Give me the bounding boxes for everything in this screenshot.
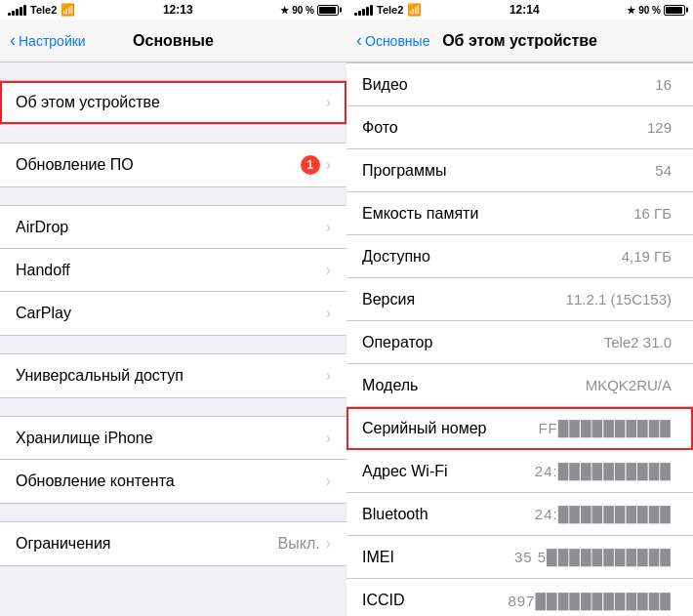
row-restrictions-value: Выкл. [278,535,320,553]
row-video-value: 16 [655,76,672,93]
row-storage[interactable]: Хранилище iPhone › [0,417,346,460]
left-panel: Tele2 📶 12:13 ★ 90 % ‹ Настройки Основны… [0,0,346,616]
right-time: 12:14 [510,3,540,17]
row-operator-value: Tele2 31.0 [604,334,672,350]
row-iccid-value: 897████████████ [508,593,672,609]
row-serial-label: Серийный номер [362,420,538,437]
row-serial: Серийный номер FF██████████ [346,407,693,450]
gap2 [0,125,346,143]
row-operator: Оператор Tele2 31.0 [346,321,693,364]
row-photo-value: 129 [647,119,672,136]
row-carplay-label: CarPlay [16,305,326,322]
gap4 [0,336,346,353]
row-update-chevron: › [326,156,331,174]
row-content-update[interactable]: Обновление контента › [0,460,346,503]
row-restrictions-label: Ограничения [16,535,278,553]
section-storage: Хранилище iPhone › Обновление контента › [0,416,346,504]
left-nav-bar: ‹ Настройки Основные [0,20,346,62]
row-accessibility[interactable]: Универсальный доступ › [0,354,346,397]
row-model-value: MKQK2RU/A [586,377,672,393]
row-carplay-chevron: › [326,305,331,322]
row-version-value: 11.2.1 (15C153) [566,291,672,308]
left-back-label: Настройки [19,33,86,49]
row-iccid-label: ICCID [362,592,508,609]
gap5 [0,398,346,416]
right-battery-icon [664,5,685,16]
row-restrictions-chevron: › [326,535,331,553]
right-table: Видео 16 Фото 129 Программы 54 Емкость п… [346,62,693,616]
row-photo: Фото 129 [346,106,693,149]
row-storage-chevron: › [326,430,331,447]
row-about-label: Об этом устройстве [16,94,326,111]
left-back-button[interactable]: ‹ Настройки [10,30,86,51]
row-wifi-addr: Адрес Wi-Fi 24:██████████ [346,450,693,493]
gap7 [0,566,346,584]
wifi-icon: 📶 [61,3,75,17]
row-version-label: Версия [362,291,566,308]
section-device: Об этом устройстве › [0,80,346,125]
row-model: Модель MKQK2RU/A [346,364,693,407]
row-apps-value: 54 [655,162,672,179]
right-carrier-label: Tele2 [377,4,403,16]
gap6 [0,504,346,521]
row-handoff-label: Handoff [16,262,326,279]
row-capacity-label: Емкость памяти [362,205,633,223]
row-available: Доступно 4,19 ГБ [346,235,693,278]
row-bluetooth-label: Bluetooth [362,506,535,523]
left-status-bar: Tele2 📶 12:13 ★ 90 % [0,0,346,20]
row-about-device[interactable]: Об этом устройстве › [0,81,346,124]
right-signal-icon [354,5,373,16]
row-model-label: Модель [362,377,586,394]
right-status-right: ★ 90 % [627,5,685,16]
row-about-chevron: › [326,94,331,111]
row-storage-label: Хранилище iPhone [16,430,326,447]
bt-icon: ★ [280,5,289,16]
row-bluetooth-value: 24:██████████ [535,506,672,522]
right-bt-icon: ★ [627,5,635,16]
row-operator-label: Оператор [362,334,604,351]
row-content-update-chevron: › [326,472,331,490]
row-update-label: Обновление ПО [16,156,301,174]
row-imei: IMEI 35 5███████████ [346,536,693,579]
row-handoff-chevron: › [326,262,331,279]
right-back-label: Основные [365,33,429,49]
section-accessibility: Универсальный доступ › [0,353,346,398]
row-accessibility-label: Универсальный доступ [16,367,326,385]
row-wifi-addr-value: 24:██████████ [535,463,672,479]
battery-icon [317,5,339,16]
row-restrictions[interactable]: Ограничения Выкл. › [0,522,346,565]
back-chevron-icon: ‹ [10,30,16,51]
row-video-label: Видео [362,76,655,94]
battery-label: 90 % [292,5,314,16]
update-badge: 1 [301,155,320,175]
row-content-update-label: Обновление контента [16,472,326,490]
row-handoff[interactable]: Handoff › [0,249,346,292]
row-iccid: ICCID 897████████████ [346,579,693,616]
right-back-button[interactable]: ‹ Основные [356,30,429,51]
carrier-label: Tele2 [30,4,57,16]
row-available-value: 4,19 ГБ [622,248,672,265]
row-apps-label: Программы [362,162,655,180]
row-capacity-value: 16 ГБ [633,205,672,222]
row-airdrop[interactable]: AirDrop › [0,206,346,249]
gap3 [0,187,346,205]
row-imei-label: IMEI [362,549,514,566]
right-back-chevron-icon: ‹ [356,30,362,51]
row-update[interactable]: Обновление ПО 1 › [0,144,346,186]
row-bluetooth: Bluetooth 24:██████████ [346,493,693,536]
row-photo-label: Фото [362,119,647,137]
row-imei-value: 35 5███████████ [514,549,672,565]
row-version: Версия 11.2.1 (15C153) [346,278,693,321]
row-carplay[interactable]: CarPlay › [0,292,346,335]
row-available-label: Доступно [362,248,622,266]
gap1 [0,62,346,80]
left-status-left: Tele2 📶 [8,3,75,17]
left-content: Об этом устройстве › Обновление ПО 1 › A… [0,62,346,616]
right-battery-label: 90 % [638,5,661,16]
left-status-right: ★ 90 % [280,5,339,16]
row-wifi-addr-label: Адрес Wi-Fi [362,463,535,480]
signal-icon [8,5,26,16]
right-wifi-icon: 📶 [407,3,422,17]
left-nav-title: Основные [133,32,214,50]
right-status-bar: Tele2 📶 12:14 ★ 90 % [346,0,693,20]
